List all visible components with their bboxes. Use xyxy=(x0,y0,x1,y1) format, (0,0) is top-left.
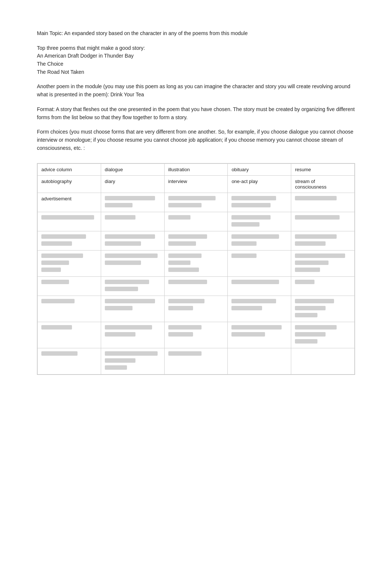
poem-3: The Road Not Taken xyxy=(37,68,355,76)
another-poem-block: Another poem in the module (you may use … xyxy=(37,83,355,99)
cell-blurred xyxy=(228,277,291,296)
format-text: Format: A story that fleshes out the one… xyxy=(37,106,355,120)
cell-blurred xyxy=(38,231,101,251)
main-topic-block: Main Topic: An expanded story based on t… xyxy=(37,30,355,38)
cell-blurred xyxy=(291,251,355,277)
cell-blurred xyxy=(291,322,355,348)
cell-autobiography: autobiography xyxy=(38,176,101,193)
cell-blurred xyxy=(101,231,164,251)
cell-blurred xyxy=(291,231,355,251)
cell-blurred xyxy=(164,212,228,231)
table-row xyxy=(38,322,355,348)
top-poems-block: Top three poems that might make a good s… xyxy=(37,44,355,76)
cell-blurred xyxy=(101,251,164,277)
table-row: autobiography diary interview one-act pl… xyxy=(38,176,355,193)
cell-blurred xyxy=(38,296,101,322)
table-row xyxy=(38,296,355,322)
cell-blurred xyxy=(228,322,291,348)
cell-illustration: illustration xyxy=(164,164,228,176)
cell-blurred xyxy=(164,322,228,348)
form-choices-text: Form choices (you must choose forms that… xyxy=(37,129,353,151)
cell-blurred xyxy=(291,277,355,296)
cell-blurred xyxy=(38,251,101,277)
cell-blurred xyxy=(164,193,228,212)
cell-interview: interview xyxy=(164,176,228,193)
cell-blurred xyxy=(164,277,228,296)
poem-1: An American Draft Dodger in Thunder Bay xyxy=(37,52,355,60)
cell-blurred xyxy=(228,231,291,251)
cell-empty xyxy=(291,348,355,375)
table-row xyxy=(38,348,355,375)
cell-blurred xyxy=(291,193,355,212)
cell-blurred xyxy=(38,212,101,231)
cell-blurred xyxy=(38,322,101,348)
cell-stream-of-consciousness: stream ofconsciousness xyxy=(291,176,355,193)
cell-blurred xyxy=(291,212,355,231)
main-topic-text: Main Topic: An expanded story based on t… xyxy=(37,30,248,36)
cell-advice-column: advice column xyxy=(38,164,101,176)
cell-blurred xyxy=(38,277,101,296)
cell-resume: resume xyxy=(291,164,355,176)
cell-dialogue: dialogue xyxy=(101,164,164,176)
table-row xyxy=(38,212,355,231)
cell-blurred xyxy=(101,322,164,348)
cell-blurred xyxy=(101,277,164,296)
cell-advertisement: advertisement xyxy=(38,193,101,212)
cell-diary: diary xyxy=(101,176,164,193)
cell-blurred xyxy=(164,348,228,375)
cell-blurred xyxy=(228,193,291,212)
cell-obituary: obituary xyxy=(228,164,291,176)
table-container: advice column dialogue illustration obit… xyxy=(37,163,355,375)
form-choices-block: Form choices (you must choose forms that… xyxy=(37,128,355,152)
cell-blurred xyxy=(38,348,101,375)
cell-blurred xyxy=(101,348,164,375)
cell-blurred xyxy=(228,251,291,277)
another-poem-text: Another poem in the module (you may use … xyxy=(37,83,350,97)
table-row xyxy=(38,231,355,251)
cell-blurred xyxy=(228,296,291,322)
forms-table: advice column dialogue illustration obit… xyxy=(37,163,355,375)
table-row xyxy=(38,277,355,296)
cell-blurred xyxy=(164,296,228,322)
cell-blurred xyxy=(228,212,291,231)
cell-blurred xyxy=(101,193,164,212)
cell-empty xyxy=(228,348,291,375)
cell-blurred xyxy=(101,296,164,322)
table-row: advice column dialogue illustration obit… xyxy=(38,164,355,176)
format-block: Format: A story that fleshes out the one… xyxy=(37,106,355,121)
cell-one-act-play: one-act play xyxy=(228,176,291,193)
cell-blurred xyxy=(101,212,164,231)
cell-blurred xyxy=(164,251,228,277)
cell-blurred xyxy=(164,231,228,251)
table-row xyxy=(38,251,355,277)
top-poems-intro: Top three poems that might make a good s… xyxy=(37,44,355,52)
table-row: advertisement xyxy=(38,193,355,212)
cell-blurred xyxy=(291,296,355,322)
poem-2: The Choice xyxy=(37,60,355,68)
